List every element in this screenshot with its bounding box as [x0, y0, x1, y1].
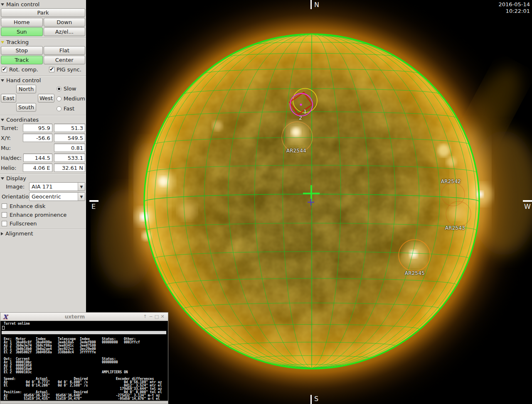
sun-button[interactable]: Sun: [1, 27, 43, 36]
xy-field-2[interactable]: 549.5: [54, 134, 85, 142]
checkbox-icon: [2, 212, 7, 218]
orientation-value: Geocentric: [30, 193, 78, 200]
image-label: Image:: [1, 184, 29, 190]
center-button[interactable]: Center: [44, 56, 86, 64]
image-dropdown[interactable]: AIA 171 ▼: [29, 182, 85, 191]
hadec-field-2[interactable]: 533.1: [54, 154, 85, 162]
chevron-down-icon: ▼: [78, 183, 85, 191]
medium-radio[interactable]: Medium: [57, 95, 85, 102]
south-button[interactable]: South: [16, 103, 36, 112]
image-value: AIA 171: [30, 184, 78, 190]
turret-field-1[interactable]: 95.9: [23, 124, 52, 132]
north-label: N: [314, 1, 319, 9]
coord-row-helio: Helio: 4.06 E 32.61 N: [0, 164, 86, 172]
west-label: W: [524, 203, 531, 211]
coord-label: Mu:: [1, 145, 21, 151]
expander-right-icon: [1, 232, 3, 235]
section-tracking[interactable]: Tracking: [0, 37, 86, 46]
pig-sync-checkbox[interactable]: PIG sync.: [49, 66, 81, 73]
section-title: Main control: [6, 1, 39, 7]
xy-field-1[interactable]: -56.6: [23, 134, 52, 142]
radio-label: Slow: [64, 86, 76, 92]
time-label: 10:22:01: [498, 8, 530, 15]
helio-field-1[interactable]: 4.06 E: [23, 164, 52, 172]
radio-label: Medium: [64, 95, 85, 102]
slow-radio[interactable]: Slow: [57, 86, 85, 92]
section-coordinates[interactable]: Coordinates: [0, 115, 86, 124]
section-display[interactable]: Display: [0, 174, 86, 182]
terminal-status-line: Turret online: [4, 322, 30, 326]
section-title: Display: [6, 175, 26, 181]
west-button[interactable]: West: [38, 94, 54, 103]
stop-button[interactable]: Stop: [1, 46, 43, 55]
down-button[interactable]: Down: [44, 18, 86, 27]
coord-label: Turret:: [1, 125, 21, 131]
date-label: 2016-05-14: [498, 1, 530, 8]
terminal-input-bar: [2, 331, 166, 334]
north-button[interactable]: North: [16, 85, 36, 93]
coord-label: X/Y:: [1, 135, 21, 141]
fullscreen-checkbox[interactable]: Fullscreen: [0, 220, 86, 228]
coord-label: Helio:: [1, 165, 21, 171]
checkbox-icon: [2, 203, 7, 209]
terminal-content[interactable]: Turret online Enc: Motor Index Telescope…: [0, 321, 168, 404]
coord-label: Ha/dec:: [1, 155, 22, 161]
mu-field[interactable]: 0.81: [54, 144, 85, 152]
orientation-label: Orientation:: [1, 193, 29, 200]
section-alignment[interactable]: Alignment: [0, 229, 86, 238]
radio-icon: [57, 96, 62, 101]
east-tick: [89, 200, 99, 202]
checkbox-label: Enhance prominence: [10, 212, 66, 218]
east-button[interactable]: East: [1, 94, 16, 103]
enhance-prominence-checkbox[interactable]: Enhance prominence: [0, 211, 86, 219]
section-title: Hand control: [6, 77, 41, 83]
expander-down-icon: [1, 3, 4, 6]
ar-label-ar2544: AR2544: [286, 148, 306, 154]
expander-down-icon: [1, 119, 4, 121]
coord-row-turret: Turret: 95.9 51.3: [0, 124, 86, 132]
target-label-1: 1: [303, 109, 307, 115]
uxterm-title: uxterm: [7, 314, 142, 320]
section-title: Tracking: [6, 39, 29, 45]
checkbox-icon: [49, 67, 54, 72]
section-hand-control[interactable]: Hand control: [0, 76, 86, 84]
south-tick: [310, 395, 312, 404]
terminal-bottom-edge: [0, 401, 168, 404]
enhance-disk-checkbox[interactable]: Enhance disk: [0, 202, 86, 210]
target-dot: [300, 103, 302, 105]
expander-down-icon: [1, 79, 4, 82]
checkbox-label: Fullscreen: [10, 220, 37, 227]
west-tick: [523, 200, 532, 202]
azel-button[interactable]: Az/el...: [44, 27, 86, 36]
chevron-down-icon: ▼: [78, 193, 85, 201]
rollup-button[interactable]: ↑: [142, 314, 148, 319]
checkbox-label: Rot. comp.: [9, 66, 38, 73]
rot-comp-checkbox[interactable]: Rot. comp.: [2, 66, 38, 73]
coord-row-mu: Mu: 0.81: [0, 144, 86, 152]
checkbox-label: PIG sync.: [57, 66, 81, 73]
flat-button[interactable]: Flat: [44, 46, 86, 55]
park-button[interactable]: Park: [1, 8, 85, 17]
radio-label: Fast: [64, 105, 74, 112]
radio-icon: [57, 86, 62, 91]
ar-label-ar2542: AR2542: [441, 179, 461, 184]
radio-icon: [57, 106, 62, 111]
hadec-field-1[interactable]: 144.5: [23, 154, 52, 162]
minimize-button[interactable]: −: [148, 314, 154, 319]
terminal-body: Enc: Motor Index Telescope Index Status:…: [4, 338, 162, 401]
turret-field-2[interactable]: 51.3: [54, 124, 85, 132]
helio-field-2[interactable]: 32.61 N: [54, 164, 85, 172]
fast-radio[interactable]: Fast: [57, 105, 85, 112]
expander-down-icon: [1, 177, 4, 180]
maximize-button[interactable]: □: [154, 314, 160, 319]
close-button[interactable]: ✕: [160, 314, 165, 319]
orientation-dropdown[interactable]: Geocentric ▼: [29, 192, 85, 201]
uxterm-titlebar[interactable]: X uxterm ↑ − □ ✕: [0, 313, 168, 321]
home-button[interactable]: Home: [1, 18, 43, 27]
section-main-control[interactable]: Main control: [0, 0, 86, 8]
track-button[interactable]: Track: [1, 56, 43, 64]
ar-label-ar2543: AR2543: [445, 225, 465, 231]
checkbox-icon: [2, 67, 7, 72]
section-title: Coordinates: [6, 117, 39, 123]
south-label: S: [314, 395, 318, 403]
